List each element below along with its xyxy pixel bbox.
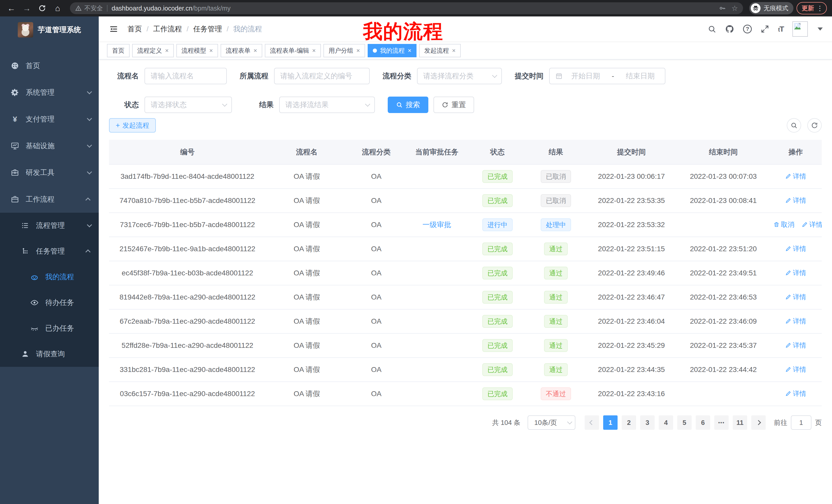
sidebar-item-leave-query[interactable]: 请假查询 — [0, 341, 99, 367]
address-bar[interactable]: 不安全 dashboard.yudao.iocoder.cn /bpm/task… — [70, 2, 743, 14]
security-label[interactable]: 不安全 — [84, 4, 103, 12]
page-button-1[interactable]: 1 — [603, 415, 618, 430]
pagination-total: 共 104 条 — [492, 418, 520, 427]
close-icon[interactable]: × — [254, 48, 257, 54]
sidebar-collapse-icon[interactable] — [109, 24, 118, 34]
sidebar-item-my-process[interactable]: 我的流程 — [0, 264, 99, 290]
font-size-icon[interactable]: tT — [778, 25, 784, 33]
sidebar-item-payment[interactable]: ¥ 支付管理 — [0, 106, 99, 133]
avatar-dropdown-caret-icon[interactable] — [817, 27, 823, 31]
close-icon[interactable]: × — [452, 48, 456, 54]
detail-button[interactable]: 详情 — [802, 220, 822, 229]
update-label[interactable]: 更新 — [802, 4, 814, 12]
detail-button[interactable]: 详情 — [785, 244, 806, 253]
col-end-time: 结束时间 — [677, 140, 770, 164]
sidebar-item-devtools[interactable]: 研发工具 — [0, 159, 99, 186]
sidebar-item-todo-tasks[interactable]: 待办任务 — [0, 290, 99, 315]
detail-button[interactable]: 详情 — [785, 317, 806, 326]
start-process-button[interactable]: + 发起流程 — [109, 118, 156, 133]
github-icon[interactable] — [725, 24, 734, 34]
col-actions: 操作 — [770, 140, 822, 164]
sidebar-item-task-mgmt[interactable]: 任务管理 — [0, 239, 99, 264]
url-path[interactable]: /bpm/task/my — [192, 5, 231, 12]
reload-icon[interactable] — [36, 2, 48, 15]
back-icon[interactable]: ← — [5, 2, 18, 15]
breadcrumb-task-mgmt[interactable]: 任务管理 — [193, 24, 222, 34]
close-icon[interactable]: × — [408, 48, 411, 54]
breadcrumb-current: 我的流程 — [233, 24, 262, 34]
plus-icon: + — [116, 122, 120, 129]
result-badge: 通过 — [544, 339, 568, 352]
sidebar-item-workflow[interactable]: 工作流程 — [0, 186, 99, 213]
browser-menu-icon[interactable]: ⋮ — [816, 4, 823, 12]
result-badge: 已取消 — [541, 170, 571, 183]
status-select[interactable]: 请选择状态 — [145, 96, 232, 113]
submit-time-range-picker[interactable]: 开始日期 - 结束日期 — [549, 68, 666, 84]
status-badge: 已完成 — [482, 363, 513, 376]
detail-button[interactable]: 详情 — [785, 172, 806, 181]
close-icon[interactable]: × — [312, 48, 316, 54]
process-def-input[interactable] — [280, 72, 364, 80]
next-page-button[interactable] — [751, 415, 766, 430]
url-host[interactable]: dashboard.yudao.iocoder.cn — [111, 5, 192, 12]
goto-page-input[interactable] — [791, 415, 811, 430]
close-icon[interactable]: × — [165, 48, 169, 54]
page-button-3[interactable]: 3 — [640, 415, 655, 430]
process-name-input-wrap — [145, 68, 227, 84]
help-icon[interactable]: ? — [743, 25, 752, 33]
tag-tab-process-model[interactable]: 流程模型× — [176, 44, 218, 57]
refresh-button[interactable] — [807, 118, 822, 133]
detail-button[interactable]: 详情 — [785, 389, 806, 398]
tag-tab-start-process[interactable]: 发起流程× — [419, 44, 461, 57]
close-icon[interactable]: × — [356, 48, 360, 54]
avatar[interactable] — [792, 21, 808, 37]
detail-button[interactable]: 详情 — [785, 292, 806, 302]
toolbox-icon — [10, 168, 20, 177]
page-button-5[interactable]: 5 — [677, 415, 692, 430]
detail-button[interactable]: 详情 — [785, 365, 806, 374]
tag-tab-home[interactable]: 首页 — [107, 44, 130, 57]
home-icon[interactable]: ⌂ — [51, 2, 64, 15]
more-pages-button[interactable]: ••• — [714, 415, 729, 430]
page-button-6[interactable]: 6 — [696, 415, 710, 430]
prev-page-button[interactable] — [585, 415, 599, 430]
process-name-input[interactable] — [151, 72, 220, 80]
sidebar-item-home[interactable]: 首页 — [0, 52, 99, 79]
page-size-select[interactable]: 10条/页 — [527, 415, 575, 430]
table-row: ec45f38f-7b9a-11ec-b03b-acde48001122 OA … — [109, 261, 822, 285]
bookmark-star-icon[interactable]: ☆ — [731, 4, 738, 12]
detail-button[interactable]: 详情 — [785, 269, 806, 277]
breadcrumb-home[interactable]: 首页 — [128, 24, 142, 34]
detail-button[interactable]: 详情 — [785, 341, 806, 350]
sidebar-item-infra[interactable]: 基础设施 — [0, 133, 99, 159]
tag-tab-user-group[interactable]: 用户分组× — [323, 44, 365, 57]
fullscreen-icon[interactable] — [760, 25, 769, 33]
tag-tab-process-form-edit[interactable]: 流程表单-编辑× — [265, 44, 321, 57]
search-icon[interactable] — [707, 25, 716, 33]
tag-tab-process-form[interactable]: 流程表单× — [220, 44, 262, 57]
cancel-button[interactable]: 取消 — [773, 220, 795, 229]
browser-update-button[interactable]: 更新 ⋮ — [797, 2, 827, 15]
detail-button[interactable]: 详情 — [785, 196, 806, 205]
page-button-11[interactable]: 11 — [733, 415, 747, 430]
sidebar-item-process-mgmt[interactable]: 流程管理 — [0, 213, 99, 239]
toggle-search-button[interactable] — [787, 118, 801, 133]
tag-tab-my-process[interactable]: 我的流程× — [368, 44, 417, 57]
page-button-4[interactable]: 4 — [659, 415, 673, 430]
tag-tab-process-definition[interactable]: 流程定义× — [132, 44, 174, 57]
forward-icon[interactable]: → — [21, 2, 33, 15]
password-key-icon[interactable] — [719, 4, 726, 12]
result-select[interactable]: 请选择流结果 — [279, 96, 375, 113]
sidebar-item-system[interactable]: 系统管理 — [0, 79, 99, 106]
close-icon[interactable]: × — [209, 48, 213, 54]
col-name: 流程名 — [266, 140, 348, 164]
app-logo[interactable]: 芋道管理系统 — [0, 17, 99, 43]
breadcrumb-workflow[interactable]: 工作流程 — [153, 24, 182, 34]
result-badge: 不通过 — [541, 387, 571, 400]
search-button[interactable]: 搜索 — [388, 96, 428, 113]
category-select[interactable]: 请选择流程分类 — [417, 68, 502, 84]
sidebar-item-done-tasks[interactable]: 已办任务 — [0, 315, 99, 341]
reset-button[interactable]: 重置 — [434, 96, 474, 113]
page-button-2[interactable]: 2 — [622, 415, 636, 430]
current-task-link[interactable]: 一级审批 — [422, 221, 451, 229]
